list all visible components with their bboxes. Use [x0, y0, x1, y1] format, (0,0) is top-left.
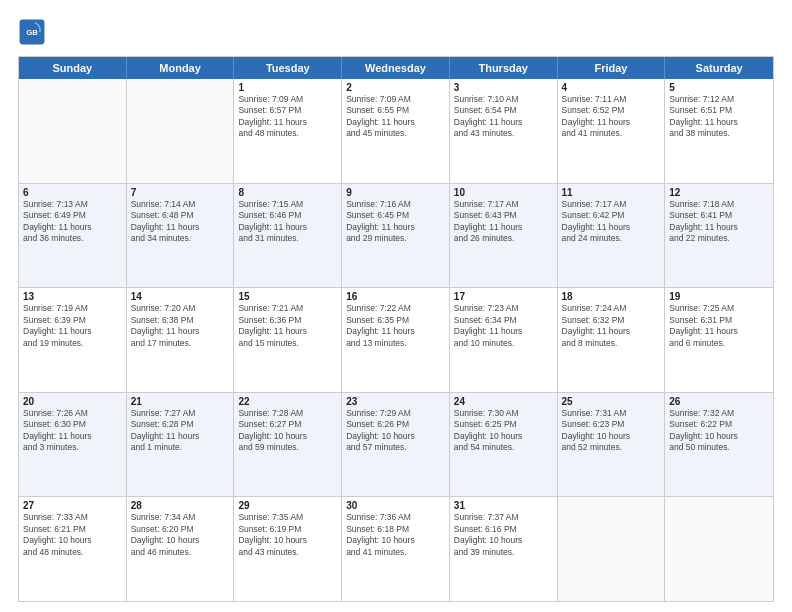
day-cell-26: 26Sunrise: 7:32 AM Sunset: 6:22 PM Dayli… [665, 393, 773, 497]
logo-icon: GB [18, 18, 46, 46]
day-cell-23: 23Sunrise: 7:29 AM Sunset: 6:26 PM Dayli… [342, 393, 450, 497]
day-cell-31: 31Sunrise: 7:37 AM Sunset: 6:16 PM Dayli… [450, 497, 558, 601]
day-number: 4 [562, 82, 661, 93]
header-day-thursday: Thursday [450, 57, 558, 79]
day-number: 21 [131, 396, 230, 407]
day-cell-11: 11Sunrise: 7:17 AM Sunset: 6:42 PM Dayli… [558, 184, 666, 288]
calendar: SundayMondayTuesdayWednesdayThursdayFrid… [18, 56, 774, 602]
day-cell-13: 13Sunrise: 7:19 AM Sunset: 6:39 PM Dayli… [19, 288, 127, 392]
day-info: Sunrise: 7:09 AM Sunset: 6:55 PM Dayligh… [346, 94, 445, 140]
empty-cell-0-0 [19, 79, 127, 183]
day-cell-10: 10Sunrise: 7:17 AM Sunset: 6:43 PM Dayli… [450, 184, 558, 288]
day-number: 9 [346, 187, 445, 198]
day-info: Sunrise: 7:26 AM Sunset: 6:30 PM Dayligh… [23, 408, 122, 454]
header: GB [18, 18, 774, 46]
day-number: 28 [131, 500, 230, 511]
day-info: Sunrise: 7:36 AM Sunset: 6:18 PM Dayligh… [346, 512, 445, 558]
day-info: Sunrise: 7:21 AM Sunset: 6:36 PM Dayligh… [238, 303, 337, 349]
day-number: 22 [238, 396, 337, 407]
day-number: 19 [669, 291, 769, 302]
calendar-body: 1Sunrise: 7:09 AM Sunset: 6:57 PM Daylig… [19, 79, 773, 601]
day-cell-29: 29Sunrise: 7:35 AM Sunset: 6:19 PM Dayli… [234, 497, 342, 601]
day-cell-28: 28Sunrise: 7:34 AM Sunset: 6:20 PM Dayli… [127, 497, 235, 601]
day-cell-12: 12Sunrise: 7:18 AM Sunset: 6:41 PM Dayli… [665, 184, 773, 288]
day-info: Sunrise: 7:14 AM Sunset: 6:48 PM Dayligh… [131, 199, 230, 245]
day-cell-18: 18Sunrise: 7:24 AM Sunset: 6:32 PM Dayli… [558, 288, 666, 392]
day-cell-15: 15Sunrise: 7:21 AM Sunset: 6:36 PM Dayli… [234, 288, 342, 392]
day-info: Sunrise: 7:25 AM Sunset: 6:31 PM Dayligh… [669, 303, 769, 349]
day-number: 15 [238, 291, 337, 302]
day-info: Sunrise: 7:33 AM Sunset: 6:21 PM Dayligh… [23, 512, 122, 558]
day-cell-5: 5Sunrise: 7:12 AM Sunset: 6:51 PM Daylig… [665, 79, 773, 183]
day-cell-1: 1Sunrise: 7:09 AM Sunset: 6:57 PM Daylig… [234, 79, 342, 183]
day-info: Sunrise: 7:27 AM Sunset: 6:28 PM Dayligh… [131, 408, 230, 454]
day-info: Sunrise: 7:37 AM Sunset: 6:16 PM Dayligh… [454, 512, 553, 558]
header-day-wednesday: Wednesday [342, 57, 450, 79]
page: GB SundayMondayTuesdayWednesdayThursdayF… [0, 0, 792, 612]
day-number: 30 [346, 500, 445, 511]
header-day-friday: Friday [558, 57, 666, 79]
day-cell-6: 6Sunrise: 7:13 AM Sunset: 6:49 PM Daylig… [19, 184, 127, 288]
day-number: 29 [238, 500, 337, 511]
day-info: Sunrise: 7:30 AM Sunset: 6:25 PM Dayligh… [454, 408, 553, 454]
empty-cell-0-1 [127, 79, 235, 183]
day-info: Sunrise: 7:18 AM Sunset: 6:41 PM Dayligh… [669, 199, 769, 245]
day-number: 13 [23, 291, 122, 302]
day-info: Sunrise: 7:09 AM Sunset: 6:57 PM Dayligh… [238, 94, 337, 140]
day-number: 25 [562, 396, 661, 407]
day-info: Sunrise: 7:11 AM Sunset: 6:52 PM Dayligh… [562, 94, 661, 140]
day-cell-17: 17Sunrise: 7:23 AM Sunset: 6:34 PM Dayli… [450, 288, 558, 392]
week-row-2: 6Sunrise: 7:13 AM Sunset: 6:49 PM Daylig… [19, 183, 773, 288]
day-cell-4: 4Sunrise: 7:11 AM Sunset: 6:52 PM Daylig… [558, 79, 666, 183]
day-info: Sunrise: 7:31 AM Sunset: 6:23 PM Dayligh… [562, 408, 661, 454]
day-number: 18 [562, 291, 661, 302]
day-info: Sunrise: 7:23 AM Sunset: 6:34 PM Dayligh… [454, 303, 553, 349]
day-info: Sunrise: 7:32 AM Sunset: 6:22 PM Dayligh… [669, 408, 769, 454]
day-number: 26 [669, 396, 769, 407]
day-cell-19: 19Sunrise: 7:25 AM Sunset: 6:31 PM Dayli… [665, 288, 773, 392]
day-number: 20 [23, 396, 122, 407]
day-info: Sunrise: 7:34 AM Sunset: 6:20 PM Dayligh… [131, 512, 230, 558]
day-cell-24: 24Sunrise: 7:30 AM Sunset: 6:25 PM Dayli… [450, 393, 558, 497]
day-number: 16 [346, 291, 445, 302]
day-info: Sunrise: 7:19 AM Sunset: 6:39 PM Dayligh… [23, 303, 122, 349]
day-cell-22: 22Sunrise: 7:28 AM Sunset: 6:27 PM Dayli… [234, 393, 342, 497]
day-cell-20: 20Sunrise: 7:26 AM Sunset: 6:30 PM Dayli… [19, 393, 127, 497]
day-info: Sunrise: 7:17 AM Sunset: 6:43 PM Dayligh… [454, 199, 553, 245]
header-day-sunday: Sunday [19, 57, 127, 79]
day-cell-21: 21Sunrise: 7:27 AM Sunset: 6:28 PM Dayli… [127, 393, 235, 497]
day-info: Sunrise: 7:29 AM Sunset: 6:26 PM Dayligh… [346, 408, 445, 454]
day-number: 10 [454, 187, 553, 198]
day-info: Sunrise: 7:17 AM Sunset: 6:42 PM Dayligh… [562, 199, 661, 245]
calendar-header: SundayMondayTuesdayWednesdayThursdayFrid… [19, 57, 773, 79]
day-number: 11 [562, 187, 661, 198]
day-info: Sunrise: 7:16 AM Sunset: 6:45 PM Dayligh… [346, 199, 445, 245]
day-info: Sunrise: 7:15 AM Sunset: 6:46 PM Dayligh… [238, 199, 337, 245]
header-day-tuesday: Tuesday [234, 57, 342, 79]
day-number: 14 [131, 291, 230, 302]
day-cell-9: 9Sunrise: 7:16 AM Sunset: 6:45 PM Daylig… [342, 184, 450, 288]
day-number: 6 [23, 187, 122, 198]
day-number: 3 [454, 82, 553, 93]
day-number: 8 [238, 187, 337, 198]
day-info: Sunrise: 7:22 AM Sunset: 6:35 PM Dayligh… [346, 303, 445, 349]
day-cell-30: 30Sunrise: 7:36 AM Sunset: 6:18 PM Dayli… [342, 497, 450, 601]
day-cell-3: 3Sunrise: 7:10 AM Sunset: 6:54 PM Daylig… [450, 79, 558, 183]
day-cell-8: 8Sunrise: 7:15 AM Sunset: 6:46 PM Daylig… [234, 184, 342, 288]
svg-text:GB: GB [26, 28, 38, 37]
day-info: Sunrise: 7:20 AM Sunset: 6:38 PM Dayligh… [131, 303, 230, 349]
week-row-4: 20Sunrise: 7:26 AM Sunset: 6:30 PM Dayli… [19, 392, 773, 497]
header-day-monday: Monday [127, 57, 235, 79]
day-number: 1 [238, 82, 337, 93]
day-cell-25: 25Sunrise: 7:31 AM Sunset: 6:23 PM Dayli… [558, 393, 666, 497]
day-cell-27: 27Sunrise: 7:33 AM Sunset: 6:21 PM Dayli… [19, 497, 127, 601]
week-row-5: 27Sunrise: 7:33 AM Sunset: 6:21 PM Dayli… [19, 496, 773, 601]
day-number: 27 [23, 500, 122, 511]
day-info: Sunrise: 7:10 AM Sunset: 6:54 PM Dayligh… [454, 94, 553, 140]
day-info: Sunrise: 7:24 AM Sunset: 6:32 PM Dayligh… [562, 303, 661, 349]
day-number: 12 [669, 187, 769, 198]
logo: GB [18, 18, 50, 46]
empty-cell-4-6 [665, 497, 773, 601]
day-number: 31 [454, 500, 553, 511]
header-day-saturday: Saturday [665, 57, 773, 79]
